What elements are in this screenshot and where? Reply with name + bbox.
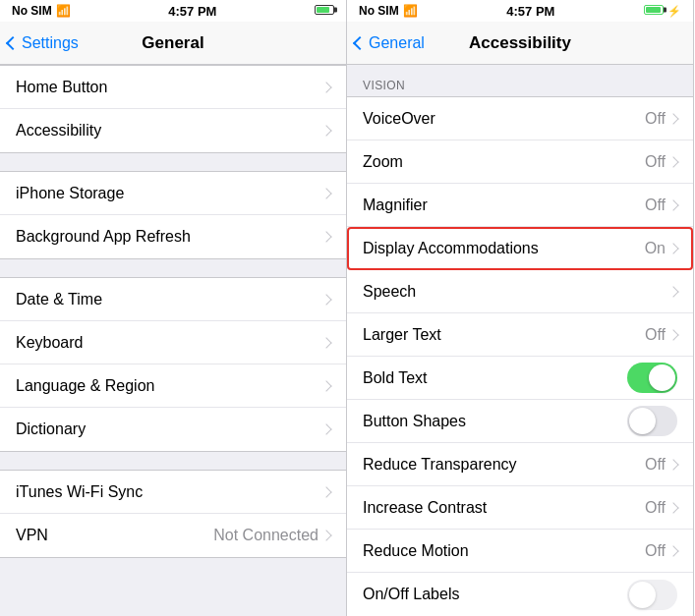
- magnifier-value: Off: [645, 196, 666, 214]
- wifi-icon: 📶: [56, 4, 71, 18]
- label-increase-contrast: Increase Contrast: [363, 499, 487, 517]
- back-button-right[interactable]: General: [355, 34, 425, 52]
- list-item-zoom[interactable]: Zoom Off: [347, 140, 693, 184]
- list-item-magnifier[interactable]: Magnifier Off: [347, 184, 693, 227]
- right-display-accommodations: On: [645, 240, 677, 257]
- list-item-reduce-motion[interactable]: Reduce Motion Off: [347, 530, 693, 573]
- list-item-larger-text[interactable]: Larger Text Off: [347, 313, 693, 357]
- chevron-background-refresh: [320, 231, 331, 242]
- list-item-display-accommodations[interactable]: Display Accommodations On: [347, 227, 693, 270]
- label-reduce-transparency: Reduce Transparency: [363, 456, 517, 474]
- list-item-accessibility[interactable]: Accessibility: [0, 109, 346, 152]
- chevron-voiceover: [667, 113, 678, 124]
- chevron-larger-text: [667, 329, 678, 340]
- chevron-itunes-sync: [320, 486, 331, 497]
- onoff-labels-toggle[interactable]: [627, 580, 677, 610]
- right-speech: [669, 288, 677, 296]
- list-item-voiceover[interactable]: VoiceOver Off: [347, 97, 693, 140]
- list-item-vpn[interactable]: VPN Not Connected: [0, 514, 346, 557]
- right-zoom: Off: [645, 153, 677, 171]
- list-item-keyboard[interactable]: Keyboard: [0, 321, 346, 364]
- back-button-left[interactable]: Settings: [8, 34, 79, 52]
- list-item-increase-contrast[interactable]: Increase Contrast Off: [347, 486, 693, 530]
- label-speech: Speech: [363, 283, 416, 301]
- list-item-reduce-transparency[interactable]: Reduce Transparency Off: [347, 443, 693, 486]
- battery-icon-left: [315, 5, 334, 17]
- gap-top: [347, 65, 693, 73]
- time-right: 4:57 PM: [506, 4, 554, 19]
- chevron-zoom: [667, 156, 678, 167]
- back-label-left: Settings: [22, 34, 79, 52]
- chevron-reduce-transparency: [667, 459, 678, 470]
- list-item-button-shapes[interactable]: Button Shapes: [347, 400, 693, 443]
- list-item-itunes-sync[interactable]: iTunes Wi-Fi Sync: [0, 471, 346, 514]
- chevron-language-region: [320, 380, 331, 391]
- list-item-home-button[interactable]: Home Button: [0, 66, 346, 109]
- toggle-thumb-bold: [649, 364, 675, 391]
- nav-bar-right: General Accessibility: [347, 22, 693, 65]
- right-keyboard: [322, 339, 330, 347]
- label-home-button: Home Button: [16, 79, 107, 96]
- settings-body-right: VISION VoiceOver Off Zoom Off Magnifier: [347, 65, 693, 616]
- chevron-left-icon-left: [6, 35, 20, 49]
- list-item-onoff-labels[interactable]: On/Off Labels: [347, 573, 693, 616]
- section-group-1: Home Button Accessibility: [0, 65, 346, 153]
- right-voiceover: Off: [645, 110, 677, 128]
- right-accessibility: [322, 127, 330, 135]
- wifi-icon-right: 📶: [403, 4, 418, 18]
- label-button-shapes: Button Shapes: [363, 413, 466, 430]
- gap-2: [0, 259, 346, 277]
- right-background-refresh: [322, 233, 330, 241]
- chevron-home-button: [320, 82, 331, 92]
- status-left-right: No SIM 📶: [359, 4, 418, 18]
- chevron-dictionary: [320, 423, 331, 434]
- increase-contrast-value: Off: [645, 499, 666, 517]
- label-larger-text: Larger Text: [363, 326, 441, 344]
- status-right-left: [315, 5, 334, 17]
- list-item-speech[interactable]: Speech: [347, 270, 693, 313]
- section-group-2: iPhone Storage Background App Refresh: [0, 171, 346, 259]
- right-reduce-motion: Off: [645, 542, 677, 560]
- signal-text-right: No SIM: [359, 4, 399, 18]
- label-itunes-sync: iTunes Wi-Fi Sync: [16, 483, 143, 501]
- zoom-value: Off: [645, 153, 666, 171]
- right-date-time: [322, 296, 330, 304]
- list-item-dictionary[interactable]: Dictionary: [0, 408, 346, 451]
- list-item-date-time[interactable]: Date & Time: [0, 278, 346, 321]
- list-item-background-refresh[interactable]: Background App Refresh: [0, 215, 346, 258]
- settings-body-left: Home Button Accessibility iPhone Storage: [0, 65, 346, 616]
- label-reduce-motion: Reduce Motion: [363, 542, 469, 560]
- gap-3: [0, 452, 346, 470]
- label-onoff-labels: On/Off Labels: [363, 586, 459, 603]
- vision-header: VISION: [347, 73, 693, 96]
- gap-1: [0, 153, 346, 171]
- chevron-magnifier: [667, 199, 678, 210]
- label-dictionary: Dictionary: [16, 420, 86, 438]
- toggle-thumb-button-shapes: [629, 408, 656, 434]
- charge-icon: ⚡: [667, 5, 681, 18]
- nav-bar-left: Settings General: [0, 22, 346, 65]
- reduce-motion-value: Off: [645, 542, 666, 560]
- label-language-region: Language & Region: [16, 377, 154, 395]
- label-display-accommodations: Display Accommodations: [363, 240, 539, 257]
- list-item-bold-text[interactable]: Bold Text: [347, 357, 693, 400]
- chevron-accessibility: [320, 125, 331, 136]
- label-magnifier: Magnifier: [363, 196, 428, 214]
- status-bar-right: No SIM 📶 4:57 PM ⚡: [347, 0, 693, 22]
- bold-text-toggle[interactable]: [627, 363, 677, 393]
- list-item-iphone-storage[interactable]: iPhone Storage: [0, 172, 346, 215]
- accessibility-list: VoiceOver Off Zoom Off Magnifier Off: [347, 96, 693, 616]
- status-left: No SIM 📶: [12, 4, 71, 18]
- button-shapes-toggle[interactable]: [627, 406, 677, 436]
- chevron-increase-contrast: [667, 502, 678, 513]
- chevron-keyboard: [320, 337, 331, 348]
- display-accommodations-value: On: [645, 240, 666, 257]
- back-label-right: General: [369, 34, 425, 52]
- nav-title-left: General: [142, 33, 203, 53]
- chevron-speech: [667, 286, 678, 297]
- status-right-right: ⚡: [644, 5, 681, 18]
- left-panel: No SIM 📶 4:57 PM Settings General Home B…: [0, 0, 347, 616]
- list-item-language-region[interactable]: Language & Region: [0, 364, 346, 408]
- battery-icon-right: [644, 5, 664, 17]
- right-larger-text: Off: [645, 326, 677, 344]
